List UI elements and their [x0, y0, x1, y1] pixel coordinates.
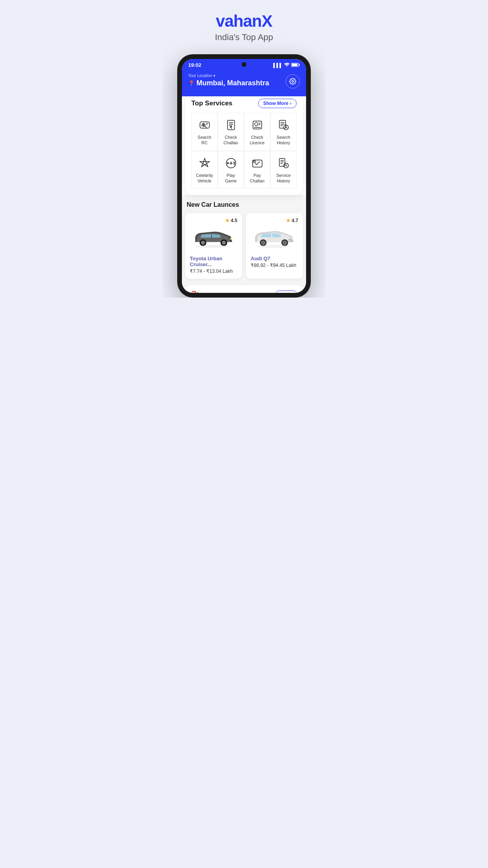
svg-rect-1 [292, 64, 297, 66]
svg-point-44 [223, 242, 224, 243]
chevron-right-icon: › [290, 101, 292, 106]
service-label: CheckChallan [224, 134, 238, 146]
pin-icon: 📍 [188, 80, 195, 86]
location-label: Your Location ▾ [188, 73, 269, 78]
fuel-title-row: ⛽ Current Fuel Prices [191, 291, 256, 293]
fuel-header: ⛽ Current Fuel Prices Surat › [191, 291, 297, 293]
status-time: 19:02 [188, 62, 201, 68]
car-name: Audi Q7 [251, 256, 298, 261]
camera-notch [242, 62, 246, 67]
services-card: Top Services Show More › [185, 96, 303, 195]
battery-icon [291, 63, 300, 68]
service-label: SearchHistory [277, 134, 290, 146]
service-item-play-game[interactable]: PlayGame [218, 151, 244, 189]
svg-rect-2 [299, 64, 300, 65]
wifi-icon [284, 63, 290, 68]
location-city: 📍 Mumbai, Maharashtra [188, 79, 269, 87]
svg-point-55 [257, 245, 291, 248]
car-card-audi[interactable]: ★ 4.7 [246, 213, 303, 279]
service-label: PlayGame [225, 173, 237, 184]
app-name-blue: X [262, 12, 272, 30]
screen-content[interactable]: Top Services Show More › [182, 96, 306, 293]
location-header: Your Location ▾ 📍 Mumbai, Maharashtra [182, 70, 306, 96]
signal-icon: ▌▌▌ [273, 63, 283, 68]
svg-point-54 [284, 242, 286, 244]
svg-point-26 [203, 162, 206, 165]
star-icon: ★ [286, 218, 290, 223]
service-item-pay-challan[interactable]: PayChallan [244, 151, 270, 189]
phone-screen: 19:02 ▌▌▌ Your Location ▾ 📍 [182, 59, 306, 293]
chevron-down-icon: ▾ [213, 74, 215, 78]
service-item-search-rc[interactable]: SearchRC [191, 113, 218, 151]
app-header: vahanX India's Top App [163, 0, 325, 50]
car-rating: ★ 4.7 [286, 218, 298, 223]
cars-grid: ★ 4.5 [185, 213, 303, 279]
play-game-icon [225, 156, 237, 170]
car-rating: ★ 4.5 [225, 218, 237, 223]
settings-button[interactable] [286, 74, 300, 88]
car-card-toyota[interactable]: ★ 4.5 [185, 213, 242, 279]
svg-marker-25 [200, 158, 209, 167]
show-more-button[interactable]: Show More › [258, 99, 297, 108]
pay-challan-icon [251, 156, 264, 170]
check-licence-icon [251, 118, 264, 132]
service-item-service-history[interactable]: ServiceHistory [270, 151, 297, 189]
app-subtitle: India's Top App [171, 32, 317, 42]
svg-point-3 [292, 81, 294, 83]
search-rc-icon [198, 118, 211, 132]
service-history-icon [277, 156, 290, 170]
svg-point-29 [227, 162, 228, 164]
service-label: CelebrityVehicle [196, 173, 213, 184]
svg-point-46 [196, 245, 230, 248]
svg-point-31 [234, 164, 235, 164]
service-label: CheckLicence [250, 134, 265, 146]
services-header: Top Services Show More › [191, 99, 297, 108]
service-item-check-challan[interactable]: ₹ CheckChallan [218, 113, 244, 151]
svg-text:₹: ₹ [230, 126, 232, 130]
app-logo: vahanX [171, 12, 317, 31]
svg-rect-4 [200, 122, 209, 128]
status-icons: ▌▌▌ [273, 63, 300, 68]
app-name-black: vahan [216, 12, 261, 30]
car-image-audi [251, 225, 298, 252]
svg-point-16 [255, 123, 258, 126]
new-car-section-title: New Car Launces [185, 201, 303, 208]
service-label: PayChallan [250, 173, 264, 184]
fuel-card: ⛽ Current Fuel Prices Surat › [185, 285, 303, 293]
main-content: New Car Launces ★ 4.5 [182, 195, 306, 293]
svg-rect-34 [279, 158, 285, 166]
svg-rect-45 [230, 238, 232, 239]
city-selector-button[interactable]: Surat › [275, 291, 297, 293]
service-item-celebrity-vehicle[interactable]: CelebrityVehicle [191, 151, 218, 189]
car-image-toyota [190, 225, 237, 252]
car-card-header: ★ 4.5 [190, 218, 237, 223]
service-label: ServiceHistory [276, 173, 291, 184]
car-card-header: ★ 4.7 [251, 218, 298, 223]
svg-rect-33 [253, 161, 255, 162]
services-grid: SearchRC ₹ Che [191, 113, 297, 189]
celebrity-vehicle-icon [198, 156, 211, 170]
svg-point-7 [203, 125, 204, 126]
services-title: Top Services [191, 99, 233, 107]
service-item-check-licence[interactable]: CheckLicence [244, 113, 270, 151]
svg-line-6 [205, 126, 207, 128]
car-price: ₹7.74 - ₹13.04 Lakh [190, 268, 237, 274]
svg-point-30 [234, 162, 235, 163]
search-history-icon [277, 118, 290, 132]
car-price: ₹86.92 - ₹94.45 Lakh [251, 263, 298, 268]
car-name: Toyota Urban Cruiser... [190, 256, 237, 267]
service-label: SearchRC [198, 134, 211, 146]
fuel-prices-title: Current Fuel Prices [202, 292, 256, 293]
svg-point-41 [202, 242, 204, 243]
service-item-search-history[interactable]: SearchHistory [270, 113, 297, 151]
svg-point-51 [262, 242, 264, 244]
star-icon: ★ [225, 218, 229, 223]
fuel-pump-icon: ⛽ [191, 291, 199, 293]
check-challan-icon: ₹ [225, 118, 237, 132]
phone-mockup: 19:02 ▌▌▌ Your Location ▾ 📍 [177, 54, 311, 298]
chevron-right-icon: › [292, 292, 293, 293]
